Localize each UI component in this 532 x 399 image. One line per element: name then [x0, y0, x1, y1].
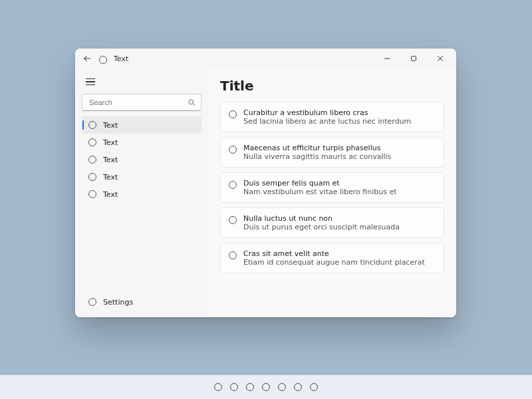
window-title: Text — [114, 55, 128, 63]
card[interactable]: Maecenas ut efficitur turpis phasellusNu… — [220, 137, 444, 168]
card-subtitle: Duis ut purus eget orci suscipit malesua… — [243, 223, 400, 231]
card[interactable]: Nulla luctus ut nunc nonDuis ut purus eg… — [220, 207, 444, 238]
card-subtitle: Sed lacinia libero ac ante luctus nec in… — [243, 117, 411, 126]
pager-dot[interactable] — [262, 383, 270, 391]
card-icon — [229, 216, 237, 224]
card-icon — [229, 146, 237, 154]
app-icon — [99, 54, 108, 63]
nav-item-icon — [88, 138, 96, 146]
pager-dot[interactable] — [246, 383, 254, 391]
card-list: Curabitur a vestibulum libero crasSed la… — [220, 102, 444, 273]
card-subtitle: Nam vestibulum est vitae libero finibus … — [243, 188, 397, 196]
pager-dot[interactable] — [278, 383, 286, 391]
nav-item[interactable]: Text — [82, 151, 201, 168]
card-title: Duis semper felis quam et — [243, 179, 397, 188]
nav-item-icon — [88, 173, 96, 181]
search-input[interactable] — [88, 98, 184, 107]
card-title: Curabitur a vestibulum libero cras — [243, 108, 411, 117]
card-text: Duis semper felis quam etNam vestibulum … — [243, 179, 397, 196]
card-title: Cras sit amet velit ante — [243, 249, 425, 258]
card-icon — [229, 110, 237, 118]
card-subtitle: Etiam id consequat augue nam tincidunt p… — [243, 258, 425, 267]
pager-dot[interactable] — [214, 383, 222, 391]
nav-item[interactable]: Text — [82, 168, 201, 186]
app-window: Text TextTextTextTextText Settings — [75, 49, 456, 317]
search-field[interactable] — [82, 94, 201, 111]
card-icon — [229, 251, 237, 259]
card-title: Nulla luctus ut nunc non — [243, 214, 400, 223]
card-subtitle: Nulla viverra sagittis mauris ac convall… — [243, 152, 391, 161]
nav-item-label: Text — [103, 173, 118, 182]
card-title: Maecenas ut efficitur turpis phasellus — [243, 144, 391, 152]
nav-item-label: Text — [103, 190, 118, 199]
card-text: Cras sit amet velit anteEtiam id consequ… — [243, 249, 425, 267]
pager — [0, 375, 532, 399]
pager-dot[interactable] — [294, 383, 302, 391]
card-text: Curabitur a vestibulum libero crasSed la… — [243, 108, 411, 126]
nav-item[interactable]: Text — [82, 116, 201, 134]
settings-item[interactable]: Settings — [82, 293, 201, 311]
maximize-button[interactable] — [400, 49, 427, 68]
card[interactable]: Cras sit amet velit anteEtiam id consequ… — [220, 243, 444, 273]
settings-icon — [88, 298, 96, 306]
card-text: Maecenas ut efficitur turpis phasellusNu… — [243, 144, 391, 161]
minimize-button[interactable] — [374, 49, 400, 68]
nav-item-icon — [88, 121, 96, 129]
card[interactable]: Duis semper felis quam etNam vestibulum … — [220, 172, 444, 203]
sidebar: TextTextTextTextText Settings — [75, 68, 208, 317]
nav-item[interactable]: Text — [82, 134, 201, 151]
close-button[interactable] — [427, 49, 454, 68]
pager-dot[interactable] — [230, 383, 238, 391]
nav-item-label: Text — [103, 121, 118, 130]
nav-item[interactable]: Text — [82, 186, 201, 203]
card-text: Nulla luctus ut nunc nonDuis ut purus eg… — [243, 214, 400, 231]
nav-item-icon — [88, 190, 96, 198]
nav-item-icon — [88, 156, 96, 164]
card-icon — [229, 181, 237, 189]
pager-dot[interactable] — [310, 383, 318, 391]
settings-label: Settings — [103, 298, 133, 307]
search-icon — [188, 98, 196, 106]
nav-item-label: Text — [103, 156, 118, 164]
card[interactable]: Curabitur a vestibulum libero crasSed la… — [220, 102, 444, 132]
svg-rect-0 — [412, 57, 416, 61]
nav-item-label: Text — [103, 138, 118, 147]
menu-button[interactable] — [82, 74, 100, 90]
page-title: Title — [220, 78, 444, 94]
titlebar: Text — [75, 49, 456, 68]
nav-list: TextTextTextTextText — [82, 116, 201, 203]
content-area: Title Curabitur a vestibulum libero cras… — [208, 68, 456, 317]
back-button[interactable] — [80, 52, 94, 65]
